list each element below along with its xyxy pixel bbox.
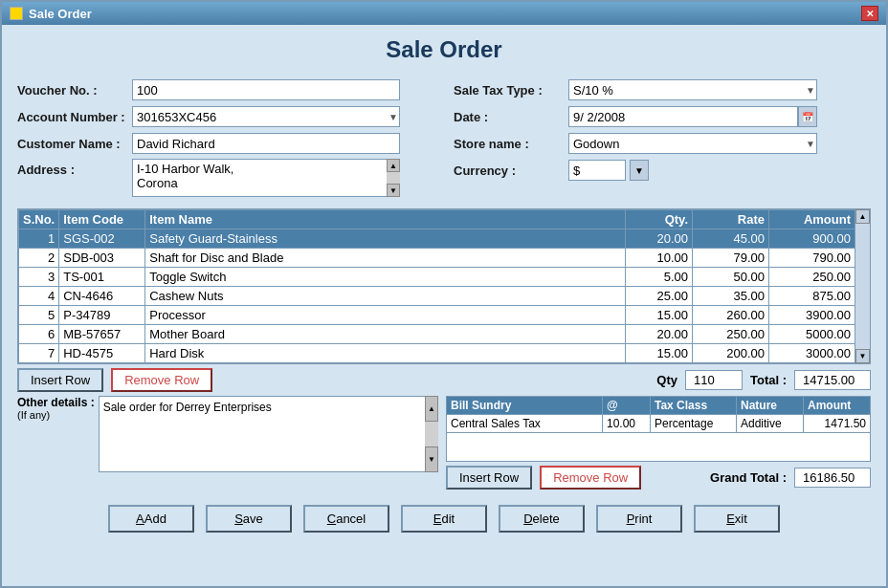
items-table-container: S.No. Item Code Item Name Qty. Rate Amou… <box>17 208 871 364</box>
tax-cell-at: 10.00 <box>603 415 651 433</box>
other-details-textarea[interactable]: Sale order for Derrey Enterprises <box>99 396 438 472</box>
edit-button[interactable]: Edit <box>401 505 487 533</box>
tax-remove-row-button[interactable]: Remove Row <box>540 466 641 490</box>
tax-buttons-row: Insert Row Remove Row Grand Total : 1618… <box>446 466 871 490</box>
table-scroll-up-btn[interactable]: ▲ <box>855 209 870 224</box>
delete-button[interactable]: Delete <box>499 505 585 533</box>
cell-name: Toggle Switch <box>145 268 626 287</box>
qty-label: Qty <box>656 373 677 387</box>
address-input[interactable]: I-10 Harbor Walk, Corona <box>132 159 400 197</box>
cell-sno: 7 <box>19 344 59 363</box>
customer-row: Customer Name : <box>17 132 434 155</box>
col-amount: Amount <box>769 210 855 229</box>
cell-name: Shaft for Disc and Blade <box>145 249 626 268</box>
other-details-input-wrapper: Sale order for Derrey Enterprises ▲ ▼ <box>99 396 438 472</box>
cancel-button[interactable]: Cancel <box>303 505 389 533</box>
other-details-label: Other details : (If any) <box>17 396 95 472</box>
bottom-section: Other details : (If any) Sale order for … <box>17 396 871 490</box>
grand-total-section: Grand Total : 16186.50 <box>710 468 871 488</box>
table-row[interactable]: 1 SGS-002 Safety Guard-Stainless 20.00 4… <box>19 229 855 249</box>
cell-name: Cashew Nuts <box>145 287 626 306</box>
cell-qty: 5.00 <box>626 268 693 287</box>
table-scroll-down-btn[interactable]: ▼ <box>855 349 870 363</box>
table-buttons-row: Insert Row Remove Row Qty 110 Total : 14… <box>17 368 871 392</box>
header-row: S.No. Item Code Item Name Qty. Rate Amou… <box>19 210 855 229</box>
save-button[interactable]: Save <box>206 505 292 533</box>
store-select[interactable]: Godown <box>568 133 817 154</box>
date-row: Date : 📅 <box>454 105 871 128</box>
cell-code: HD-4575 <box>59 344 145 363</box>
cell-sno: 4 <box>19 287 59 306</box>
voucher-input[interactable] <box>132 79 400 100</box>
table-row[interactable]: 4 CN-4646 Cashew Nuts 25.00 35.00 875.00 <box>19 287 855 306</box>
cell-code: MB-57657 <box>59 325 145 344</box>
date-picker-button[interactable]: 📅 <box>798 106 817 127</box>
sale-tax-select[interactable]: S/10 % <box>568 79 817 100</box>
form-section: Voucher No. : Account Number : 301653XC4… <box>17 78 871 201</box>
tax-table-row[interactable]: Central Sales Tax 10.00 Percentage Addit… <box>447 415 871 433</box>
store-label: Store name : <box>454 137 568 151</box>
items-table-header: S.No. Item Code Item Name Qty. Rate Amou… <box>19 210 855 229</box>
title-bar: Sale Order ✕ <box>2 2 886 25</box>
tax-insert-row-button[interactable]: Insert Row <box>446 466 532 490</box>
exit-underline: E <box>726 512 735 526</box>
total-label: Total : <box>750 373 787 387</box>
table-scrollbar: ▲ ▼ <box>855 209 870 363</box>
cell-sno: 1 <box>19 229 59 249</box>
cancel-underline: C <box>327 512 336 526</box>
close-button[interactable]: ✕ <box>861 6 878 21</box>
sale-tax-row: Sale Tax Type : S/10 % ▼ <box>454 78 871 101</box>
cell-amount: 3000.00 <box>769 344 855 363</box>
cell-amount: 3900.00 <box>769 306 855 325</box>
other-details-scroll-down[interactable]: ▼ <box>425 446 438 472</box>
add-button[interactable]: AAdd <box>108 505 194 533</box>
other-details-scroll-up[interactable]: ▲ <box>425 396 438 422</box>
cell-qty: 25.00 <box>626 287 693 306</box>
col-name: Item Name <box>145 210 626 229</box>
remove-row-button[interactable]: Remove Row <box>111 368 212 392</box>
other-details-section: Other details : (If any) Sale order for … <box>17 396 438 490</box>
voucher-label: Voucher No. : <box>17 83 132 98</box>
exit-button[interactable]: Exit <box>694 505 780 533</box>
tax-cell-amount: 1471.50 <box>804 415 871 433</box>
date-label: Date : <box>454 110 568 124</box>
date-input[interactable] <box>568 106 798 127</box>
print-button[interactable]: Print <box>596 505 682 533</box>
tax-cell-nature: Additive <box>737 415 804 433</box>
grand-total-label: Grand Total : <box>710 470 787 485</box>
qty-value: 110 <box>685 370 743 390</box>
account-select[interactable]: 301653XC456 <box>132 106 400 127</box>
customer-label: Customer Name : <box>17 137 132 151</box>
cell-qty: 10.00 <box>626 249 693 268</box>
address-scroll-up[interactable]: ▲ <box>387 159 400 172</box>
tax-col-amount: Amount <box>804 397 871 415</box>
currency-input[interactable] <box>568 160 626 181</box>
title-bar-left: Sale Order <box>10 7 92 21</box>
address-row: Address : I-10 Harbor Walk, Corona ▲ ▼ <box>17 159 434 197</box>
table-row[interactable]: 5 P-34789 Processor 15.00 260.00 3900.00 <box>19 306 855 325</box>
customer-input[interactable] <box>132 133 400 154</box>
delete-underline: D <box>523 512 532 526</box>
cell-code: TS-001 <box>59 268 145 287</box>
address-scroll-down[interactable]: ▼ <box>387 184 400 197</box>
other-details-label2: (If any) <box>17 409 95 421</box>
table-row[interactable]: 6 MB-57657 Mother Board 20.00 250.00 500… <box>19 325 855 344</box>
insert-row-button[interactable]: Insert Row <box>17 368 103 392</box>
cell-sno: 5 <box>19 306 59 325</box>
cell-name: Processor <box>145 306 626 325</box>
currency-arrow-button[interactable]: ▼ <box>630 160 649 181</box>
tax-cell-class: Percentage <box>651 415 737 433</box>
table-row[interactable]: 7 HD-4575 Hard Disk 15.00 200.00 3000.00 <box>19 344 855 363</box>
cell-rate: 250.00 <box>693 325 769 344</box>
cell-name: Safety Guard-Stainless <box>145 229 626 249</box>
cell-sno: 6 <box>19 325 59 344</box>
cell-amount: 875.00 <box>769 287 855 306</box>
currency-row: Currency : ▼ <box>454 159 871 182</box>
currency-wrapper: ▼ <box>568 160 649 181</box>
tax-section: Bill Sundry @ Tax Class Nature Amount Ce… <box>446 396 871 490</box>
col-sno: S.No. <box>19 210 59 229</box>
col-rate: Rate <box>693 210 769 229</box>
voucher-row: Voucher No. : <box>17 78 434 101</box>
table-row[interactable]: 2 SDB-003 Shaft for Disc and Blade 10.00… <box>19 249 855 268</box>
table-row[interactable]: 3 TS-001 Toggle Switch 5.00 50.00 250.00 <box>19 268 855 287</box>
